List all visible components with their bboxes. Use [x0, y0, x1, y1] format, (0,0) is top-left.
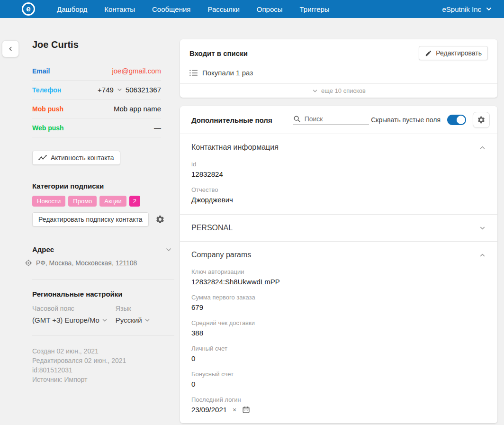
language-label: Язык [116, 305, 151, 312]
edit-lists-label: Редактировать [436, 49, 482, 57]
section-personal[interactable]: PERSONAL [180, 215, 497, 241]
section-title: PERSONAL [191, 224, 233, 232]
account-name: eSputnik Inc [442, 5, 481, 13]
badge-news[interactable]: Новости [32, 196, 65, 207]
web-push-label: Web push [32, 124, 64, 132]
fields-settings-button[interactable] [473, 112, 490, 128]
meta-id: id:801512031 [32, 365, 180, 375]
logo-letter: e [26, 4, 30, 14]
nav-item-messages[interactable]: Сообщения [152, 5, 190, 13]
meta-source: Источник: Импорт [32, 375, 180, 384]
calendar-icon[interactable] [242, 406, 250, 414]
regional-settings-title: Региональные настройки [32, 290, 180, 298]
section-title: Company params [191, 251, 251, 259]
list-item[interactable]: Покупали 1 раз [180, 67, 497, 83]
field-auth-key: Ключ авторизации 12832824:Sh8UkwwdLmPP [180, 268, 497, 286]
meta-created: Создан 02 июн., 2021 [32, 346, 180, 356]
language-select[interactable]: Русский [116, 316, 151, 324]
nav-item-campaigns[interactable]: Рассылки [207, 5, 239, 13]
field-value[interactable]: 388 [191, 329, 486, 337]
meta-edited: Редактировался 02 июн., 2021 [32, 356, 180, 365]
field-label: Личный счет [191, 345, 486, 352]
search-input[interactable] [305, 115, 361, 123]
back-button[interactable] [2, 40, 19, 57]
field-label: Ключ авторизации [191, 268, 486, 275]
field-middle-name: Отчество Джорджевич [180, 186, 497, 204]
field-label: Средний чек доставки [191, 319, 486, 326]
phone-number[interactable]: 506321367 [126, 86, 161, 94]
email-label: Email [32, 67, 50, 75]
field-value[interactable]: 12832824:Sh8UkwwdLmPP [191, 278, 486, 286]
timezone-cell: Часовой пояс (GMT +3) Europe/Mo [32, 305, 108, 324]
clear-date-icon[interactable]: × [233, 407, 236, 413]
search-icon [293, 115, 301, 123]
chevron-down-icon[interactable] [165, 246, 172, 253]
web-push-value: — [154, 124, 161, 132]
field-value[interactable]: Джорджевич [191, 196, 486, 204]
list-item-label: Покупали 1 раз [202, 69, 253, 77]
additional-fields-title: Дополнительные поля [191, 116, 272, 124]
additional-fields-card: Дополнительные поля Скрывать пустые поля [180, 106, 497, 423]
timezone-label: Часовой пояс [32, 305, 108, 312]
field-label: Последний логин [191, 396, 486, 403]
badge-promo[interactable]: Промо [68, 196, 97, 207]
edit-subscription-button[interactable]: Редактировать подписку контакта [32, 212, 149, 226]
subscription-badges: Новости Промо Акции 2 [32, 196, 180, 207]
divider [32, 279, 174, 280]
section-title: Контактная информация [191, 143, 279, 152]
nav-item-dashboard[interactable]: Дашборд [57, 5, 87, 13]
chevron-down-icon[interactable] [117, 87, 123, 93]
esputnik-logo-icon[interactable]: e [22, 2, 35, 16]
badge-more-count[interactable]: 2 [129, 196, 140, 207]
chevron-down-icon [144, 317, 151, 324]
channel-row-web-push: Web push — [32, 118, 161, 137]
edit-lists-button[interactable]: Редактировать [419, 46, 488, 60]
field-last-login: Последний логин 23/09/2021 × [180, 396, 497, 414]
email-value[interactable]: joe@gmail.com [112, 67, 161, 75]
field-bonus-account: Бонусный счет 0 [180, 371, 497, 388]
main-nav: Дашборд Контакты Сообщения Рассылки Опро… [57, 5, 330, 13]
fields-search[interactable] [293, 115, 369, 125]
field-value[interactable]: 0 [191, 380, 486, 388]
badge-actions[interactable]: Акции [99, 196, 126, 207]
section-company-params[interactable]: Company params [180, 242, 497, 268]
phone-prefix[interactable]: +749 [98, 86, 114, 94]
field-value[interactable]: 12832824 [191, 170, 486, 178]
activity-chart-icon [38, 154, 47, 161]
phone-label: Телефон [32, 86, 61, 94]
gear-icon[interactable] [155, 215, 165, 224]
contact-activity-button[interactable]: Активность контакта [32, 151, 120, 165]
channel-row-mob-push: Mob push Mob app name [32, 99, 161, 118]
timezone-value: (GMT +3) Europe/Mo [32, 316, 99, 324]
divider [32, 335, 174, 336]
location-icon [25, 259, 32, 267]
field-value[interactable]: 23/09/2021 [191, 406, 227, 414]
nav-item-surveys[interactable]: Опросы [257, 5, 283, 13]
contact-meta: Создан 02 июн., 2021 Редактировался 02 и… [32, 346, 180, 384]
hide-empty-toggle[interactable] [447, 115, 466, 125]
account-menu[interactable]: eSputnik Inc [442, 5, 493, 13]
chevron-down-icon [485, 5, 493, 13]
timezone-select[interactable]: (GMT +3) Europe/Mo [32, 316, 108, 324]
nav-item-contacts[interactable]: Контакты [104, 5, 135, 13]
nav-item-triggers[interactable]: Триггеры [300, 5, 330, 13]
field-personal-account: Личный счет 0 [180, 345, 497, 362]
field-value[interactable]: 679 [191, 303, 486, 311]
field-id: id 12832824 [180, 161, 497, 178]
topbar: e Дашборд Контакты Сообщения Рассылки Оп… [0, 0, 504, 18]
chevron-up-icon [479, 144, 486, 151]
hide-empty-label: Скрывать пустые поля [371, 116, 441, 124]
field-value[interactable]: 0 [191, 354, 486, 362]
contact-activity-label: Активность контакта [51, 154, 114, 162]
channel-row-phone: Телефон +749 506321367 [32, 81, 161, 99]
chevron-up-icon [479, 252, 486, 259]
mob-push-label: Mob push [32, 105, 63, 113]
field-label: id [191, 161, 486, 168]
section-contact-info[interactable]: Контактная информация [180, 134, 497, 161]
contact-name: Joe Curtis [32, 39, 180, 50]
language-value: Русский [116, 316, 142, 324]
channel-list: Email joe@gmail.com Телефон +749 5063213… [32, 62, 161, 137]
address-value: РФ, Москва, Московская, 121108 [36, 259, 137, 267]
chevron-down-icon [479, 225, 486, 232]
show-more-lists[interactable]: еще 10 списков [180, 83, 497, 98]
